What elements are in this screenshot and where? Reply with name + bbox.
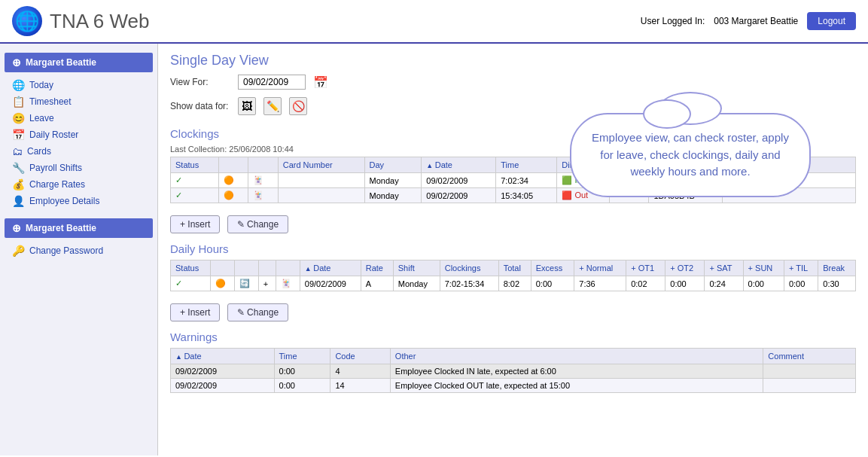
warn-cell-code1: 4 bbox=[330, 364, 390, 379]
sidebar-item-timesheet-label: Timesheet bbox=[29, 96, 72, 107]
header: TNA 6 Web User Logged In: 003 Margaret B… bbox=[0, 0, 868, 44]
warn-col-time: Time bbox=[274, 349, 330, 364]
check-icon: ✓ bbox=[175, 279, 182, 288]
dh-cell-s2: 🟠 bbox=[210, 276, 234, 291]
warn-col-other: Other bbox=[390, 349, 763, 364]
dh-col-excess: Excess bbox=[531, 260, 574, 276]
cell-check2: ✓ bbox=[171, 188, 219, 203]
warn-col-code: Code bbox=[330, 349, 390, 364]
sidebar-item-payroll-shifts[interactable]: 🔧 Payroll Shifts bbox=[0, 160, 157, 176]
header-right: User Logged In: 003 Margaret Beattie Log… bbox=[641, 12, 856, 30]
cards-icon: 🗂 bbox=[12, 145, 23, 157]
daily-hours-insert-button[interactable]: + Insert bbox=[170, 303, 220, 321]
daily-hours-table-container: Status Date Rate Shift Clockings Total E… bbox=[170, 260, 856, 297]
employee-details-icon: 👤 bbox=[12, 195, 25, 207]
col-time: Time bbox=[496, 157, 557, 173]
dh-cell-s4: + bbox=[258, 276, 276, 291]
warn-cell-date1: 09/02/2009 bbox=[171, 364, 275, 379]
dh-col-rate: Rate bbox=[361, 260, 393, 276]
cloud-tooltip: Employee view, can check roster, apply f… bbox=[570, 113, 811, 197]
change-password-icon: 🔑 bbox=[12, 245, 25, 257]
page-title: Single Day View bbox=[170, 53, 856, 69]
show-data-icon3[interactable]: 🚫 bbox=[289, 97, 307, 115]
dh-col-sun: + SUN bbox=[743, 260, 784, 276]
today-icon: 🌐 bbox=[12, 79, 25, 91]
sidebar-item-cards-label: Cards bbox=[27, 146, 51, 157]
dh-col-normal: + Normal bbox=[574, 260, 626, 276]
sidebar-section-plus-icon: ⊕ bbox=[12, 56, 21, 69]
cell-circle2: 🟠 bbox=[219, 188, 248, 203]
sidebar-item-daily-roster[interactable]: 📅 Daily Roster bbox=[0, 126, 157, 143]
dh-col-status: Status bbox=[171, 260, 211, 276]
cell-card-icon1: 🃏 bbox=[248, 173, 278, 188]
cell-circle1: 🟠 bbox=[219, 173, 248, 188]
warn-cell-other2: Employee Clocked OUT late, expected at 1… bbox=[390, 379, 763, 393]
charge-rates-icon: 💰 bbox=[12, 178, 25, 190]
daily-roster-icon: 📅 bbox=[12, 129, 25, 141]
layout: ⊕ Margaret Beattie 🌐 Today 📋 Timesheet 😊… bbox=[0, 44, 868, 455]
sidebar-divider bbox=[0, 209, 157, 215]
sidebar-item-today-label: Today bbox=[29, 80, 53, 90]
dh-cell-clockings: 7:02-15:34 bbox=[440, 276, 498, 291]
sidebar-section2-plus-icon: ⊕ bbox=[12, 222, 21, 234]
sidebar-item-leave[interactable]: 😊 Leave bbox=[0, 110, 157, 126]
dh-col-s5 bbox=[276, 260, 300, 276]
calendar-icon-button[interactable]: 📅 bbox=[313, 75, 328, 90]
clockings-btn-row: + Insert ✎ Change bbox=[170, 215, 856, 233]
timesheet-icon: 📋 bbox=[12, 96, 25, 108]
dh-cell-total: 8:02 bbox=[498, 276, 531, 291]
warn-cell-date2: 09/02/2009 bbox=[171, 379, 275, 393]
sidebar-item-change-password[interactable]: 🔑 Change Password bbox=[0, 242, 157, 259]
table-row: ✓ 🟠 🔄 + 🃏 09/02/2009 A Monday 7:02-15:34… bbox=[171, 276, 856, 291]
warn-cell-comment1 bbox=[763, 364, 856, 379]
clockings-insert-button[interactable]: + Insert bbox=[170, 215, 220, 233]
circle-icon: 🟠 bbox=[224, 175, 234, 184]
show-data-icon2[interactable]: ✏️ bbox=[263, 97, 282, 115]
warn-col-date[interactable]: Date bbox=[171, 349, 275, 364]
dir-out-icon: 🟥 Out bbox=[562, 190, 588, 200]
sidebar-item-payroll-shifts-label: Payroll Shifts bbox=[29, 163, 82, 173]
cell-card-number2 bbox=[278, 188, 364, 203]
sidebar-item-charge-rates-label: Charge Rates bbox=[29, 179, 85, 190]
app-logo bbox=[12, 6, 42, 36]
dh-col-total: Total bbox=[498, 260, 531, 276]
dh-col-sat: + SAT bbox=[705, 260, 743, 276]
dh-cell-sun: 0:00 bbox=[743, 276, 784, 291]
sidebar-section-2-header: ⊕ Margaret Beattie bbox=[5, 218, 153, 238]
dh-cell-date: 09/02/2009 bbox=[300, 276, 361, 291]
daily-hours-title: Daily Hours bbox=[170, 242, 856, 255]
cell-card-icon2: 🃏 bbox=[248, 188, 278, 203]
warn-col-comment: Comment bbox=[763, 349, 856, 364]
dh-col-date[interactable]: Date bbox=[300, 260, 361, 276]
dh-col-s3 bbox=[234, 260, 258, 276]
sidebar-item-employee-details-label: Employee Details bbox=[29, 196, 99, 206]
daily-hours-change-button[interactable]: ✎ Change bbox=[227, 303, 288, 321]
warn-cell-time2: 0:00 bbox=[274, 379, 330, 393]
cell-date2: 09/02/2009 bbox=[422, 188, 496, 203]
sidebar-item-today[interactable]: 🌐 Today bbox=[0, 77, 157, 93]
dh-col-s4 bbox=[258, 260, 276, 276]
cell-check1: ✓ bbox=[171, 173, 219, 188]
sidebar-item-leave-label: Leave bbox=[29, 113, 54, 123]
sidebar-item-charge-rates[interactable]: 💰 Charge Rates bbox=[0, 176, 157, 193]
dh-col-shift: Shift bbox=[393, 260, 440, 276]
show-data-icon1[interactable]: 🖼 bbox=[238, 97, 256, 115]
dh-cell-rate: A bbox=[361, 276, 393, 291]
sidebar-item-timesheet[interactable]: 📋 Timesheet bbox=[0, 93, 157, 110]
warnings-table-container: Date Time Code Other Comment 09/02/2009 … bbox=[170, 348, 856, 399]
cell-time1: 7:02:34 bbox=[496, 173, 557, 188]
view-for-row: View For: 📅 bbox=[170, 75, 856, 90]
circle-icon: 🟠 bbox=[215, 279, 226, 288]
dh-cell-check: ✓ bbox=[171, 276, 211, 291]
cell-time2: 15:34:05 bbox=[496, 188, 557, 203]
col-date[interactable]: Date bbox=[422, 157, 496, 173]
logout-button[interactable]: Logout bbox=[807, 12, 856, 30]
sidebar-item-cards[interactable]: 🗂 Cards bbox=[0, 143, 157, 160]
view-for-date-input[interactable] bbox=[238, 75, 306, 90]
circle-icon: 🟠 bbox=[224, 190, 234, 200]
warn-cell-other1: Employee Clocked IN late, expected at 6:… bbox=[390, 364, 763, 379]
dh-cell-shift: Monday bbox=[393, 276, 440, 291]
sidebar-item-employee-details[interactable]: 👤 Employee Details bbox=[0, 193, 157, 209]
dh-cell-break: 0:30 bbox=[818, 276, 856, 291]
clockings-change-button[interactable]: ✎ Change bbox=[227, 215, 288, 233]
